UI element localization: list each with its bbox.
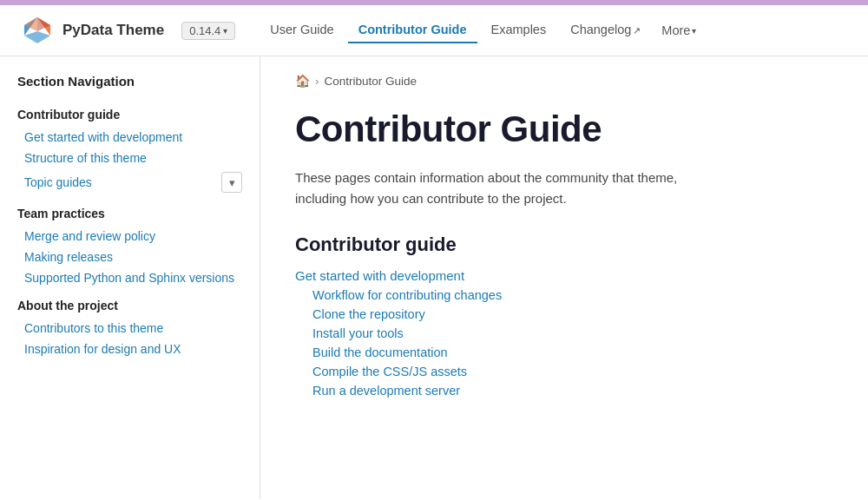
link-install-tools[interactable]: Install your tools bbox=[295, 326, 833, 340]
logo-area: PyData Theme bbox=[21, 14, 164, 47]
sidebar-item-merge-policy[interactable]: Merge and review policy bbox=[0, 226, 260, 247]
link-get-started[interactable]: Get started with development bbox=[295, 268, 833, 283]
sidebar-item-structure[interactable]: Structure of this theme bbox=[0, 148, 260, 168]
sidebar-item-making-releases[interactable]: Making releases bbox=[0, 247, 260, 267]
nav-user-guide[interactable]: User Guide bbox=[260, 17, 344, 43]
sidebar-group-label-contributor: Contributor guide bbox=[0, 97, 260, 127]
link-clone[interactable]: Clone the repository bbox=[295, 307, 833, 321]
site-logo bbox=[21, 14, 54, 47]
breadcrumb: 🏠 › Contributor Guide bbox=[295, 74, 833, 88]
link-build-docs[interactable]: Build the documentation bbox=[295, 345, 833, 359]
home-icon[interactable]: 🏠 bbox=[295, 74, 310, 88]
sidebar-item-python-sphinx[interactable]: Supported Python and Sphinx versions bbox=[0, 267, 260, 288]
version-badge[interactable]: 0.14.4 bbox=[181, 22, 235, 40]
nav-changelog[interactable]: Changelog bbox=[560, 17, 651, 43]
nav-contributor-guide[interactable]: Contributor Guide bbox=[348, 17, 477, 43]
breadcrumb-separator: › bbox=[315, 75, 319, 88]
sidebar-item-get-started[interactable]: Get started with development bbox=[0, 127, 260, 148]
page-intro: These pages contain information about th… bbox=[295, 168, 712, 209]
site-header: PyData Theme 0.14.4 User Guide Contribut… bbox=[0, 5, 868, 56]
sidebar-group-label-team: Team practices bbox=[0, 196, 260, 226]
link-dev-server[interactable]: Run a development server bbox=[295, 384, 833, 398]
sidebar-item-topic-guides[interactable]: Topic guides ▾ bbox=[0, 168, 260, 196]
breadcrumb-current: Contributor Guide bbox=[325, 75, 418, 88]
top-nav: User Guide Contributor Guide Examples Ch… bbox=[260, 17, 847, 43]
sidebar-item-contributors[interactable]: Contributors to this theme bbox=[0, 318, 260, 339]
sidebar-group-about: About the project Contributors to this t… bbox=[0, 288, 260, 359]
content-links: Get started with development Workflow fo… bbox=[295, 268, 833, 398]
site-title: PyData Theme bbox=[62, 22, 164, 39]
sidebar: Section Navigation Contributor guide Get… bbox=[0, 56, 260, 499]
svg-marker-2 bbox=[24, 31, 50, 43]
link-workflow[interactable]: Workflow for contributing changes bbox=[295, 288, 833, 302]
main-layout: Section Navigation Contributor guide Get… bbox=[0, 56, 868, 499]
section-heading: Contributor guide bbox=[295, 234, 833, 256]
nav-more[interactable]: More bbox=[654, 18, 703, 43]
sidebar-group-team: Team practices Merge and review policy M… bbox=[0, 196, 260, 288]
link-compile-css-js[interactable]: Compile the CSS/JS assets bbox=[295, 365, 833, 378]
main-content: 🏠 › Contributor Guide Contributor Guide … bbox=[260, 56, 868, 499]
sidebar-group-contributor: Contributor guide Get started with devel… bbox=[0, 97, 260, 196]
page-title: Contributor Guide bbox=[295, 109, 833, 150]
nav-examples[interactable]: Examples bbox=[481, 17, 557, 43]
topic-guides-toggle[interactable]: ▾ bbox=[221, 172, 242, 193]
sidebar-group-label-about: About the project bbox=[0, 288, 260, 318]
sidebar-item-inspiration[interactable]: Inspiration for design and UX bbox=[0, 339, 260, 359]
sidebar-section-title: Section Navigation bbox=[0, 74, 260, 97]
